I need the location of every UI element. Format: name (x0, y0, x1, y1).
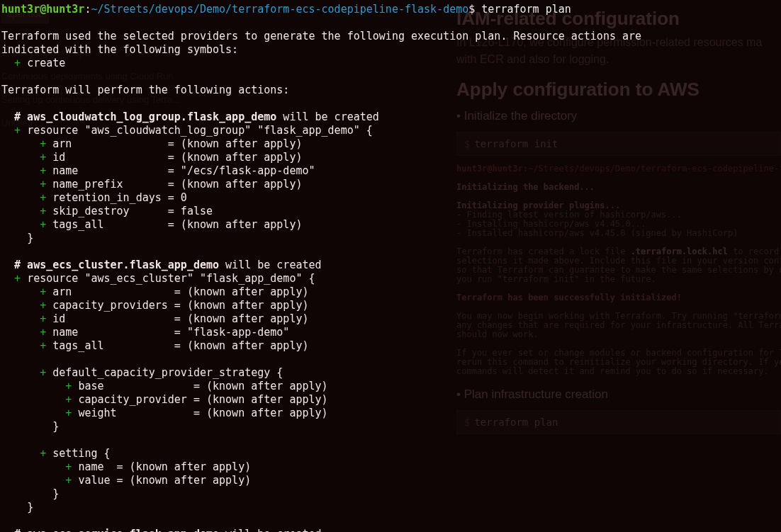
plus-icon: + (40, 447, 46, 460)
plus-icon: + (14, 272, 21, 285)
resource-comment: # aws_ecs_cluster.flask_app_demo (14, 259, 219, 271)
plus-icon: + (65, 380, 72, 392)
plus-icon: + (40, 178, 46, 191)
plus-icon: + (40, 137, 46, 150)
terminal-output: indicated with the following symbols: (1, 43, 238, 56)
terminal-output: Terraform used the selected providers to… (1, 30, 641, 43)
terminal[interactable]: hunt3r@hunt3r:~/Streets/devops/Demo/terr… (0, 0, 781, 532)
plus-icon: + (65, 460, 72, 473)
terminal-output: Terraform will perform the following act… (1, 84, 289, 96)
prompt-path: ~/Streets/devops/Demo/terraform-ecs-code… (91, 3, 468, 16)
plus-icon: + (65, 393, 72, 406)
plus-icon: + (40, 299, 46, 312)
plus-icon: + (40, 285, 46, 298)
plus-icon: + (40, 218, 46, 231)
plus-icon: + (65, 474, 72, 487)
plus-icon: + (14, 124, 21, 137)
plus-icon: + (40, 151, 46, 164)
terminal-command: terraform plan (481, 3, 571, 16)
plus-icon: + (40, 191, 46, 204)
plus-icon: + (40, 164, 46, 177)
plus-icon: + (40, 326, 46, 339)
resource-comment: # aws_cloudwatch_log_group.flask_app_dem… (14, 111, 276, 123)
resource-comment: # aws_ecs_service.flask_app_demo (14, 528, 219, 532)
plus-icon: + (40, 312, 46, 325)
plus-icon: + (40, 366, 46, 379)
plus-icon: + (40, 339, 46, 352)
plus-icon: + (40, 205, 46, 217)
plus-icon: + (65, 407, 72, 419)
prompt-user: hunt3r@hunt3r (1, 3, 84, 16)
plus-icon: + (14, 57, 21, 69)
